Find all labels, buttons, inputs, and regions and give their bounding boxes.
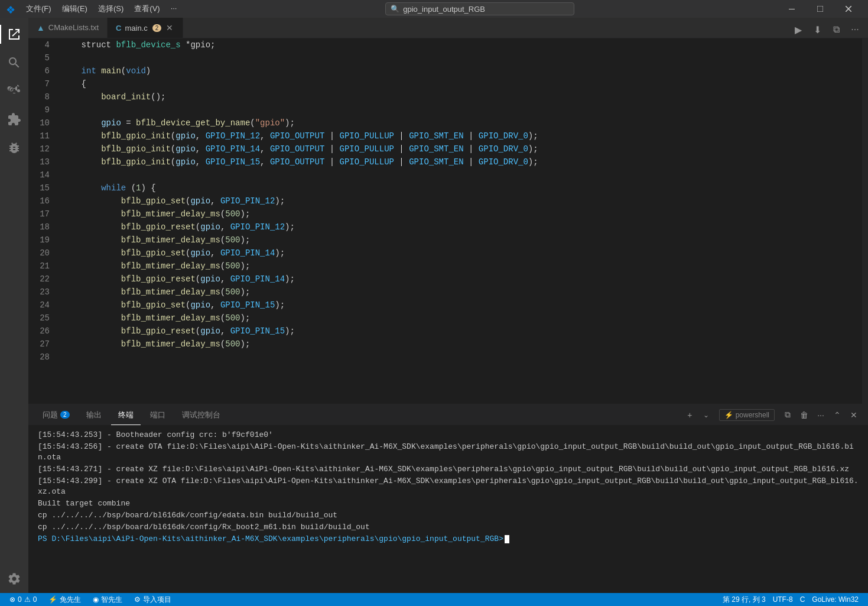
panel-more[interactable]: ···: [814, 408, 828, 422]
activity-source-control[interactable]: [0, 77, 28, 105]
more-actions-button[interactable]: ···: [847, 21, 863, 38]
line-number: 26: [28, 325, 50, 338]
panel-actions: + ⌄ ⚡ powershell ⧉ 🗑 ··· ⌃ ✕: [682, 408, 861, 422]
menu-more[interactable]: ···: [166, 2, 182, 15]
line-number: 12: [28, 142, 50, 155]
panel-delete-terminal[interactable]: 🗑: [797, 408, 811, 422]
status-position[interactable]: 第 29 行, 列 3: [720, 595, 768, 605]
panel-dropdown[interactable]: ⌄: [699, 408, 713, 422]
close-button[interactable]: [835, 0, 862, 18]
titlebar-search: 🔍: [181, 2, 778, 15]
terminal-content[interactable]: [15:54:43.253] - Bootheader config crc: …: [28, 425, 868, 593]
line-number: 14: [28, 168, 50, 182]
panel-add-terminal[interactable]: +: [682, 408, 697, 422]
line-number: 15: [28, 182, 50, 195]
tab-main-c-label: main.c: [125, 24, 148, 33]
warning-icon: ⚠: [24, 595, 31, 604]
line-number: 28: [28, 351, 50, 364]
code-editor[interactable]: 4567891011121314151617181920212223242526…: [28, 38, 868, 404]
line-number: 10: [28, 116, 50, 129]
branch-name: 免先生: [60, 595, 81, 605]
tab-modified-count: 2: [152, 24, 162, 32]
status-encoding[interactable]: UTF-8: [771, 595, 795, 605]
panel-tab-debug-console[interactable]: 调试控制台: [175, 404, 227, 425]
menu-edit[interactable]: 编辑(E): [57, 2, 92, 15]
code-line: bflb_mtimer_delay_ms(500);: [61, 312, 862, 325]
tab-cmake[interactable]: ▲ CMakeLists.txt: [28, 18, 108, 38]
bottom-panel: 问题 2 输出 终端 端口 调试控制台 + ⌄ ⚡ powe: [28, 404, 868, 593]
panel-collapse[interactable]: ⌃: [830, 408, 844, 422]
terminal-line: [15:54:43.271] - create XZ file:D:\Files…: [38, 464, 859, 475]
line-number: 4: [28, 38, 50, 51]
search-input[interactable]: [403, 5, 521, 14]
search-box[interactable]: 🔍: [385, 2, 574, 15]
activity-bar: [0, 18, 28, 593]
tab-bar: ▲ CMakeLists.txt C main.c 2 ✕ ▶ ⬇ ⧉ ···: [28, 18, 868, 38]
line-numbers: 4567891011121314151617181920212223242526…: [28, 38, 57, 404]
line-number: 20: [28, 247, 50, 260]
status-golive[interactable]: GoLive: Win32: [810, 595, 861, 605]
minimize-button[interactable]: [778, 0, 805, 18]
panel-split-terminal[interactable]: ⧉: [781, 408, 795, 422]
terminal-line: [15:54:43.253] - Bootheader config crc: …: [38, 430, 859, 440]
activity-explorer[interactable]: [0, 20, 28, 48]
status-sync[interactable]: ◉ 智先生: [90, 595, 125, 605]
panel-tab-output[interactable]: 输出: [79, 404, 109, 425]
menu-select[interactable]: 选择(S): [93, 2, 128, 15]
code-line: bflb_gpio_set(gpio, GPIO_PIN_12);: [61, 195, 862, 208]
line-number: 23: [28, 286, 50, 299]
menu-file[interactable]: 文件(F): [21, 2, 56, 15]
terminal-selector[interactable]: ⚡ powershell: [719, 409, 775, 421]
status-errors[interactable]: ⊗ 0 ⚠ 0: [7, 595, 39, 604]
line-number: 25: [28, 312, 50, 325]
warning-count: 0: [33, 595, 37, 604]
panel-tab-bar: 问题 2 输出 终端 端口 调试控制台 + ⌄ ⚡ powe: [28, 404, 868, 425]
download-button[interactable]: ⬇: [809, 21, 825, 38]
code-content[interactable]: struct bflb_device_s *gpio; int main(voi…: [57, 38, 862, 404]
code-line: bflb_gpio_init(gpio, GPIO_PIN_12, GPIO_O…: [61, 129, 862, 142]
code-line: gpio = bflb_device_get_by_name("gpio");: [61, 116, 862, 129]
menu-view[interactable]: 查看(V): [129, 2, 164, 15]
scrollbar[interactable]: [862, 38, 868, 404]
line-number: 9: [28, 103, 50, 116]
panel-tab-ports[interactable]: 端口: [143, 404, 173, 425]
line-number: 16: [28, 195, 50, 208]
line-number: 24: [28, 299, 50, 312]
svg-rect-0: [789, 9, 795, 9]
terminal-line: [15:54:43.256] - create OTA file:D:\File…: [38, 442, 859, 463]
code-line: [61, 51, 862, 64]
maximize-button[interactable]: [807, 0, 834, 18]
error-count: 0: [18, 595, 22, 604]
activity-settings[interactable]: [0, 565, 28, 593]
code-line: board_init();: [61, 90, 862, 103]
problem-badge: 2: [60, 411, 70, 419]
activity-search[interactable]: [0, 48, 28, 77]
activity-debug[interactable]: [0, 134, 28, 162]
import-label: 导入项目: [143, 595, 171, 605]
code-line: [61, 168, 862, 182]
tab-main-c[interactable]: C main.c 2 ✕: [108, 18, 183, 38]
code-line: bflb_gpio_init(gpio, GPIO_PIN_14, GPIO_O…: [61, 142, 862, 155]
terminal-line: Built target combine: [38, 498, 859, 509]
status-import[interactable]: ⚙ 导入项目: [132, 595, 174, 605]
layout-button[interactable]: ⧉: [828, 21, 844, 38]
code-line: bflb_mtimer_delay_ms(500);: [61, 286, 862, 299]
code-line: bflb_mtimer_delay_ms(500);: [61, 234, 862, 247]
code-line: struct bflb_device_s *gpio;: [61, 38, 862, 51]
status-language[interactable]: C: [798, 595, 808, 605]
code-line: bflb_mtimer_delay_ms(500);: [61, 338, 862, 351]
run-button[interactable]: ▶: [790, 21, 807, 38]
panel-tab-terminal[interactable]: 终端: [111, 404, 141, 425]
vscode-icon: ❖: [6, 4, 17, 14]
line-number: 21: [28, 260, 50, 273]
code-line: bflb_mtimer_delay_ms(500);: [61, 260, 862, 273]
status-bar: ⊗ 0 ⚠ 0 ⚡ 免先生 ◉ 智先生 ⚙ 导入项目 第 29 行, 列 3 U…: [0, 593, 868, 606]
app-body: ▲ CMakeLists.txt C main.c 2 ✕ ▶ ⬇ ⧉ ··· …: [0, 18, 868, 593]
tab-close-button[interactable]: ✕: [165, 22, 174, 34]
activity-extensions[interactable]: [0, 105, 28, 134]
status-branch[interactable]: ⚡ 免先生: [46, 595, 83, 605]
panel-tab-problems[interactable]: 问题 2: [35, 404, 77, 425]
panel-close[interactable]: ✕: [847, 408, 861, 422]
tab-actions: ▶ ⬇ ⧉ ···: [790, 21, 868, 38]
terminal-line: PS D:\Files\aipi\AiPi-Open-Kits\aithinke…: [38, 534, 859, 545]
